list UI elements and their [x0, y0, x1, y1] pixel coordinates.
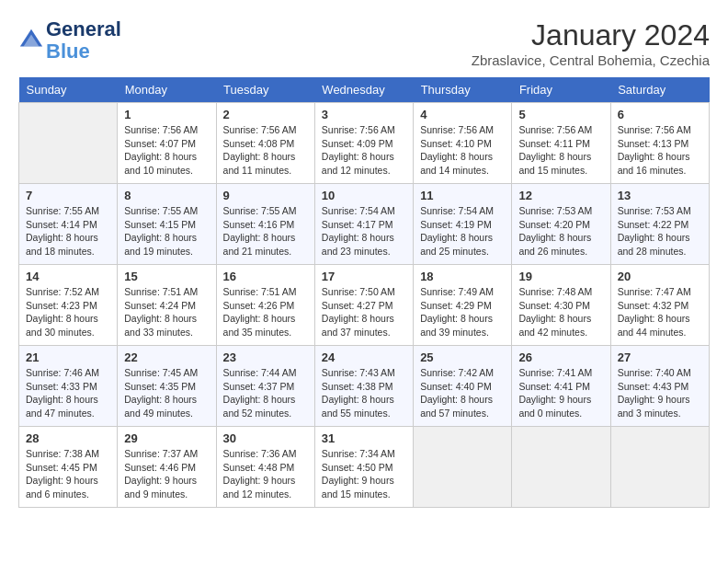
day-cell: 3Sunrise: 7:56 AM Sunset: 4:09 PM Daylig…: [314, 103, 413, 184]
day-number: 21: [26, 350, 110, 364]
day-info: Sunrise: 7:53 AM Sunset: 4:22 PM Dayligh…: [618, 204, 702, 259]
day-number: 8: [124, 189, 209, 202]
day-info: Sunrise: 7:37 AM Sunset: 4:46 PM Dayligh…: [124, 447, 209, 501]
day-cell: 18Sunrise: 7:49 AM Sunset: 4:29 PM Dayli…: [414, 265, 512, 346]
day-cell: 31Sunrise: 7:34 AM Sunset: 4:50 PM Dayli…: [314, 427, 413, 508]
day-cell: 29Sunrise: 7:37 AM Sunset: 4:46 PM Dayli…: [118, 427, 216, 508]
day-cell: 6Sunrise: 7:56 AM Sunset: 4:13 PM Daylig…: [610, 103, 709, 184]
week-row-1: 1Sunrise: 7:56 AM Sunset: 4:07 PM Daylig…: [19, 103, 710, 184]
day-cell: 9Sunrise: 7:55 AM Sunset: 4:16 PM Daylig…: [216, 184, 314, 265]
week-row-4: 21Sunrise: 7:46 AM Sunset: 4:33 PM Dayli…: [19, 346, 710, 427]
day-info: Sunrise: 7:44 AM Sunset: 4:37 PM Dayligh…: [223, 366, 308, 420]
day-cell: 22Sunrise: 7:45 AM Sunset: 4:35 PM Dayli…: [118, 346, 216, 427]
day-number: 7: [26, 189, 110, 202]
day-header-thursday: Thursday: [414, 77, 512, 103]
day-info: Sunrise: 7:49 AM Sunset: 4:29 PM Dayligh…: [420, 285, 505, 339]
day-info: Sunrise: 7:56 AM Sunset: 4:09 PM Dayligh…: [322, 123, 406, 178]
day-number: 3: [322, 108, 406, 121]
day-number: 11: [420, 189, 505, 202]
day-cell: 10Sunrise: 7:54 AM Sunset: 4:17 PM Dayli…: [314, 184, 413, 265]
day-info: Sunrise: 7:56 AM Sunset: 4:13 PM Dayligh…: [618, 123, 702, 178]
day-cell: [610, 427, 709, 508]
day-info: Sunrise: 7:41 AM Sunset: 4:41 PM Dayligh…: [518, 366, 603, 420]
day-cell: 2Sunrise: 7:56 AM Sunset: 4:08 PM Daylig…: [216, 103, 314, 184]
day-cell: 24Sunrise: 7:43 AM Sunset: 4:38 PM Dayli…: [314, 346, 413, 427]
day-info: Sunrise: 7:55 AM Sunset: 4:14 PM Dayligh…: [26, 204, 110, 259]
day-number: 30: [223, 431, 308, 445]
day-cell: 30Sunrise: 7:36 AM Sunset: 4:48 PM Dayli…: [216, 427, 314, 508]
logo-icon: [18, 28, 44, 53]
day-info: Sunrise: 7:53 AM Sunset: 4:20 PM Dayligh…: [518, 204, 603, 259]
day-info: Sunrise: 7:54 AM Sunset: 4:19 PM Dayligh…: [420, 204, 505, 259]
day-number: 5: [518, 108, 603, 121]
day-info: Sunrise: 7:50 AM Sunset: 4:27 PM Dayligh…: [322, 285, 406, 339]
day-number: 27: [618, 350, 702, 364]
day-number: 26: [518, 350, 603, 364]
day-cell: 4Sunrise: 7:56 AM Sunset: 4:10 PM Daylig…: [414, 103, 512, 184]
day-number: 15: [124, 270, 209, 283]
day-info: Sunrise: 7:42 AM Sunset: 4:40 PM Dayligh…: [420, 366, 505, 420]
day-info: Sunrise: 7:56 AM Sunset: 4:08 PM Dayligh…: [223, 123, 308, 178]
page-header: GeneralBlue January 2024 Zbraslavice, Ce…: [18, 18, 710, 68]
title-block: January 2024 Zbraslavice, Central Bohemi…: [472, 18, 710, 68]
day-cell: 21Sunrise: 7:46 AM Sunset: 4:33 PM Dayli…: [19, 346, 118, 427]
day-info: Sunrise: 7:52 AM Sunset: 4:23 PM Dayligh…: [26, 285, 110, 339]
day-cell: 25Sunrise: 7:42 AM Sunset: 4:40 PM Dayli…: [414, 346, 512, 427]
days-header-row: SundayMondayTuesdayWednesdayThursdayFrid…: [19, 77, 710, 103]
day-header-tuesday: Tuesday: [216, 77, 314, 103]
day-info: Sunrise: 7:51 AM Sunset: 4:24 PM Dayligh…: [124, 285, 209, 339]
week-row-2: 7Sunrise: 7:55 AM Sunset: 4:14 PM Daylig…: [19, 184, 710, 265]
location: Zbraslavice, Central Bohemia, Czechia: [472, 52, 710, 68]
day-number: 25: [420, 350, 505, 364]
day-cell: 7Sunrise: 7:55 AM Sunset: 4:14 PM Daylig…: [19, 184, 118, 265]
day-number: 19: [518, 270, 603, 283]
day-cell: 17Sunrise: 7:50 AM Sunset: 4:27 PM Dayli…: [314, 265, 413, 346]
day-number: 18: [420, 270, 505, 283]
day-cell: 16Sunrise: 7:51 AM Sunset: 4:26 PM Dayli…: [216, 265, 314, 346]
day-number: 22: [124, 350, 209, 364]
day-number: 14: [26, 270, 110, 283]
logo: GeneralBlue: [18, 18, 121, 63]
day-info: Sunrise: 7:48 AM Sunset: 4:30 PM Dayligh…: [518, 285, 603, 339]
day-info: Sunrise: 7:56 AM Sunset: 4:10 PM Dayligh…: [420, 123, 505, 178]
day-number: 2: [223, 108, 308, 121]
day-cell: 15Sunrise: 7:51 AM Sunset: 4:24 PM Dayli…: [118, 265, 216, 346]
day-cell: 8Sunrise: 7:55 AM Sunset: 4:15 PM Daylig…: [118, 184, 216, 265]
day-cell: 13Sunrise: 7:53 AM Sunset: 4:22 PM Dayli…: [610, 184, 709, 265]
day-info: Sunrise: 7:56 AM Sunset: 4:11 PM Dayligh…: [518, 123, 603, 178]
day-info: Sunrise: 7:38 AM Sunset: 4:45 PM Dayligh…: [26, 447, 110, 501]
day-cell: 27Sunrise: 7:40 AM Sunset: 4:43 PM Dayli…: [610, 346, 709, 427]
day-cell: 14Sunrise: 7:52 AM Sunset: 4:23 PM Dayli…: [19, 265, 118, 346]
day-header-sunday: Sunday: [19, 77, 118, 103]
day-number: 12: [518, 189, 603, 202]
day-info: Sunrise: 7:55 AM Sunset: 4:16 PM Dayligh…: [223, 204, 308, 259]
day-cell: 11Sunrise: 7:54 AM Sunset: 4:19 PM Dayli…: [414, 184, 512, 265]
day-info: Sunrise: 7:51 AM Sunset: 4:26 PM Dayligh…: [223, 285, 308, 339]
calendar-table: SundayMondayTuesdayWednesdayThursdayFrid…: [18, 77, 710, 508]
week-row-5: 28Sunrise: 7:38 AM Sunset: 4:45 PM Dayli…: [19, 427, 710, 508]
day-cell: 1Sunrise: 7:56 AM Sunset: 4:07 PM Daylig…: [118, 103, 216, 184]
day-cell: 26Sunrise: 7:41 AM Sunset: 4:41 PM Dayli…: [512, 346, 610, 427]
day-cell: [512, 427, 610, 508]
day-cell: 5Sunrise: 7:56 AM Sunset: 4:11 PM Daylig…: [512, 103, 610, 184]
day-number: 1: [124, 108, 209, 121]
day-info: Sunrise: 7:55 AM Sunset: 4:15 PM Dayligh…: [124, 204, 209, 259]
day-info: Sunrise: 7:40 AM Sunset: 4:43 PM Dayligh…: [618, 366, 702, 420]
day-cell: 19Sunrise: 7:48 AM Sunset: 4:30 PM Dayli…: [512, 265, 610, 346]
day-number: 10: [322, 189, 406, 202]
day-info: Sunrise: 7:46 AM Sunset: 4:33 PM Dayligh…: [26, 366, 110, 420]
day-info: Sunrise: 7:36 AM Sunset: 4:48 PM Dayligh…: [223, 447, 308, 501]
day-cell: 20Sunrise: 7:47 AM Sunset: 4:32 PM Dayli…: [610, 265, 709, 346]
day-cell: 28Sunrise: 7:38 AM Sunset: 4:45 PM Dayli…: [19, 427, 118, 508]
day-info: Sunrise: 7:34 AM Sunset: 4:50 PM Dayligh…: [322, 447, 406, 501]
day-info: Sunrise: 7:47 AM Sunset: 4:32 PM Dayligh…: [618, 285, 702, 339]
day-cell: 23Sunrise: 7:44 AM Sunset: 4:37 PM Dayli…: [216, 346, 314, 427]
day-cell: 12Sunrise: 7:53 AM Sunset: 4:20 PM Dayli…: [512, 184, 610, 265]
logo-text: GeneralBlue: [46, 18, 121, 63]
day-info: Sunrise: 7:54 AM Sunset: 4:17 PM Dayligh…: [322, 204, 406, 259]
month-year: January 2024: [472, 18, 710, 52]
day-info: Sunrise: 7:56 AM Sunset: 4:07 PM Dayligh…: [124, 123, 209, 178]
day-number: 20: [618, 270, 702, 283]
day-header-friday: Friday: [512, 77, 610, 103]
day-header-saturday: Saturday: [610, 77, 709, 103]
